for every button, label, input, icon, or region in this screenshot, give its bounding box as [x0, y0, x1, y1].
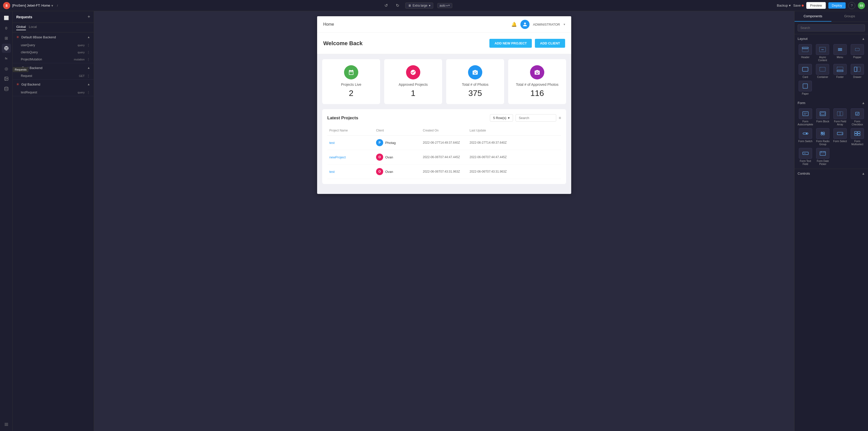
backend-collapse-icon[interactable]: ▲: [87, 66, 90, 70]
container-component-icon: [816, 64, 829, 75]
component-form-autocomplete[interactable]: Form Autocomplete: [798, 108, 813, 126]
component-form-field-array[interactable]: Form Field Array: [832, 108, 848, 126]
tab-groups[interactable]: Groups: [831, 11, 868, 22]
th-created-on: Created On: [421, 128, 468, 133]
chevron-down-icon: ▾: [789, 4, 791, 7]
backend-header-default[interactable]: ✳ Default 8Base Backend ▲: [13, 32, 94, 42]
right-panel-tabs: Components Groups: [795, 11, 868, 22]
project-link-1[interactable]: newProject: [329, 155, 346, 159]
component-form-checkbox[interactable]: Form Checkbox: [850, 108, 865, 126]
td-updated-2: 2022-06-06T07:43:31.963Z: [468, 169, 514, 174]
sidebar-item-media[interactable]: [2, 74, 11, 83]
td-updated-1: 2022-06-06T07:44:47.445Z: [468, 154, 514, 160]
paper-component-icon: [799, 81, 812, 91]
backend-collapse-icon[interactable]: ▲: [87, 82, 90, 86]
device-selector[interactable]: 🖥 Extra large ▾: [405, 3, 433, 9]
undo-button[interactable]: ↺: [382, 2, 390, 9]
sidebar-item-connections[interactable]: ◎: [2, 64, 11, 73]
chevron-down-icon[interactable]: ▾: [51, 4, 53, 8]
stat-card-approved-photos: Total # of Approved Photos 116: [508, 59, 566, 104]
form-multiselect-label: Form Multiselect: [850, 140, 865, 146]
td-client-0: P Photag: [374, 138, 421, 147]
search-input[interactable]: [798, 24, 865, 31]
stats-row: Projects Live 2 Approved Projects 1: [317, 54, 571, 109]
component-menu[interactable]: Menu: [832, 44, 848, 62]
project-link-0[interactable]: test: [329, 141, 335, 145]
list-item[interactable]: clientsQuery query ⋮: [13, 49, 94, 56]
component-form-multiselect[interactable]: Form Multiselect: [850, 128, 865, 146]
tab-global[interactable]: Global: [16, 25, 26, 30]
component-drawer[interactable]: Drawer: [850, 64, 865, 79]
sidebar-item-functions[interactable]: fx: [2, 54, 11, 63]
item-menu-icon[interactable]: ⋮: [87, 74, 90, 78]
stat-value-total-photos: 375: [468, 89, 482, 98]
tab-components[interactable]: Components: [795, 11, 831, 22]
client-avatar-0: P: [376, 139, 383, 146]
save-button[interactable]: Save: [793, 4, 804, 7]
sidebar-item-requests[interactable]: [2, 44, 11, 53]
component-popper[interactable]: Popper: [850, 44, 865, 62]
component-form-date-picker[interactable]: Form Date Picker: [815, 148, 830, 166]
latest-projects-section: Latest Projects 5 Row(s) ▾ ≡ Project Nam…: [322, 109, 566, 184]
icon-sidebar: ⬜ {} ⊞ fx ◎: [0, 11, 13, 431]
backend-section-default: ✳ Default 8Base Backend ▲ userQuery quer…: [13, 32, 94, 63]
backend-collapse-icon[interactable]: ▲: [87, 35, 90, 39]
item-menu-icon[interactable]: ⋮: [87, 43, 90, 47]
sidebar-item-code[interactable]: {}: [2, 23, 11, 32]
bell-icon[interactable]: 🔔: [511, 22, 517, 27]
component-container[interactable]: Container: [815, 64, 830, 79]
welcome-buttons: ADD NEW PROJECT ADD CLIENT: [489, 39, 565, 48]
list-item[interactable]: ProjectMutation mutation ⋮: [13, 56, 94, 63]
list-item[interactable]: userQuery query ⋮: [13, 42, 94, 49]
filter-icon[interactable]: ≡: [559, 116, 561, 120]
admin-chevron-icon[interactable]: ▾: [564, 23, 565, 26]
auto-selector[interactable]: auto ▲▼: [437, 3, 452, 8]
component-form-text-field[interactable]: Form Text Field: [798, 148, 813, 166]
add-new-project-button[interactable]: ADD NEW PROJECT: [489, 39, 532, 48]
component-footer[interactable]: Footer: [832, 64, 848, 79]
component-paper[interactable]: Paper: [798, 81, 813, 95]
project-link-2[interactable]: test: [329, 170, 335, 174]
rows-selector[interactable]: 5 Row(s) ▾: [490, 114, 513, 122]
form-switch-icon: [799, 128, 812, 139]
component-header[interactable]: Header: [798, 44, 813, 62]
redo-button[interactable]: ↻: [394, 2, 401, 9]
component-async-content[interactable]: ••• Async Content: [815, 44, 830, 62]
request-badge: query: [78, 44, 85, 47]
tab-local[interactable]: Local: [29, 25, 37, 30]
controls-collapse-icon[interactable]: ▲: [862, 172, 865, 175]
component-form-switch[interactable]: Form Switch: [798, 128, 813, 146]
tooltip-requests: Requests: [13, 67, 28, 72]
help-button[interactable]: ?: [848, 2, 855, 9]
sidebar-item-page[interactable]: ⬜: [2, 13, 11, 22]
request-badge: mutation: [74, 58, 85, 61]
sidebar-item-components[interactable]: ⊞: [2, 34, 11, 43]
svg-point-3: [5, 87, 8, 88]
backend-header-gql[interactable]: ✳ Gql Backend ▲: [13, 80, 94, 89]
component-form-radio-group[interactable]: Form Radio Group: [815, 128, 830, 146]
sidebar-item-settings[interactable]: [2, 420, 11, 429]
svg-point-35: [821, 134, 823, 135]
preview-button[interactable]: Preview: [806, 2, 826, 9]
svg-rect-30: [803, 133, 808, 134]
topbar: 8 [ProServ] Jebel-FT: Home ▾ / ↺ ↻ 🖥 Ext…: [0, 0, 868, 11]
form-text-field-icon: [799, 148, 812, 159]
deploy-button[interactable]: Deploy: [828, 2, 846, 9]
component-card[interactable]: Card: [798, 64, 813, 79]
search-input[interactable]: [516, 114, 556, 122]
list-item[interactable]: testRequest query ⋮: [13, 89, 94, 96]
form-collapse-icon[interactable]: ▲: [862, 101, 865, 105]
th-last-update: Last Update: [468, 128, 514, 133]
add-request-button[interactable]: +: [87, 14, 90, 20]
item-menu-icon[interactable]: ⋮: [87, 57, 90, 61]
list-item[interactable]: Request GET ⋮: [13, 72, 94, 79]
layout-collapse-icon[interactable]: ▲: [862, 37, 865, 41]
backup-button[interactable]: Backup ▾: [777, 4, 790, 7]
item-menu-icon[interactable]: ⋮: [87, 90, 90, 94]
item-menu-icon[interactable]: ⋮: [87, 50, 90, 54]
component-form-block[interactable]: Form Block: [815, 108, 830, 126]
add-client-button[interactable]: ADD CLIENT: [535, 39, 565, 48]
sidebar-item-database[interactable]: [2, 84, 11, 93]
svg-rect-14: [855, 48, 859, 51]
component-form-select[interactable]: Form Select: [832, 128, 848, 146]
